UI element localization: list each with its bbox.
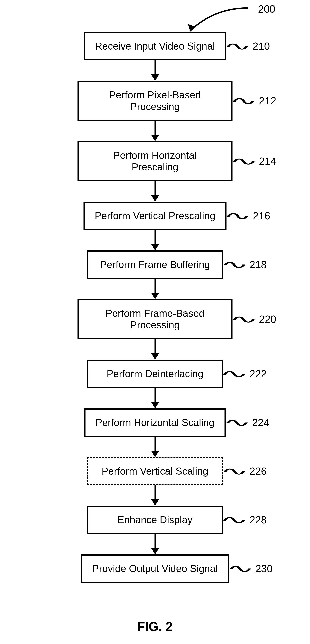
process-box: Perform Horizontal Prescaling (78, 141, 232, 181)
reference-number: 212 (259, 95, 276, 107)
lead-line-icon: ∿ (229, 314, 258, 325)
reference-annotation: ∿228 (223, 509, 267, 531)
reference-annotation: ∿214 (232, 150, 276, 172)
reference-number: 226 (250, 465, 267, 477)
lead-line-icon: ∿ (222, 417, 252, 428)
reference-annotation: ∿224 (226, 412, 270, 434)
process-box: Perform Frame-Based Processing (78, 299, 232, 339)
diagram-canvas: 200 Receive Input Video Signal∿210Perfor… (0, 0, 310, 644)
reference-number: 210 (252, 40, 270, 52)
reference-number: 222 (250, 368, 267, 380)
down-arrow-icon (151, 534, 159, 554)
lead-line-icon: ∿ (220, 259, 249, 270)
reference-annotation: ∿220 (232, 308, 276, 330)
lead-line-icon: ∿ (229, 156, 258, 167)
down-arrow-icon (151, 279, 159, 299)
flow-step: Perform Frame Buffering∿218 (87, 250, 223, 279)
reference-number: 214 (259, 155, 276, 167)
reference-annotation: ∿210 (226, 35, 270, 57)
flow-step: Provide Output Video Signal∿230 (81, 554, 229, 583)
reference-number: 224 (252, 416, 270, 428)
figure-label: FIG. 2 (137, 619, 173, 634)
flowchart: Receive Input Video Signal∿210Perform Pi… (78, 32, 232, 583)
process-box: Perform Vertical Scaling (87, 457, 223, 485)
down-arrow-icon (151, 230, 159, 250)
process-box: Enhance Display (87, 506, 223, 534)
reference-number: 216 (253, 210, 270, 222)
process-box: Perform Pixel-Based Processing (78, 81, 232, 121)
reference-annotation: ∿226 (223, 460, 267, 482)
flow-step: Enhance Display∿228 (87, 506, 223, 534)
lead-line-icon: ∿ (223, 210, 252, 222)
process-box: Receive Input Video Signal (84, 32, 226, 60)
process-box: Provide Output Video Signal (81, 554, 229, 583)
lead-line-icon: ∿ (222, 41, 252, 52)
lead-line-icon: ∿ (220, 368, 249, 380)
down-arrow-icon (151, 181, 159, 202)
flow-step: Perform Vertical Prescaling∿216 (84, 202, 226, 230)
flow-step: Receive Input Video Signal∿210 (84, 32, 226, 60)
reference-annotation: ∿216 (226, 205, 270, 227)
figure-ref: 200 (258, 3, 276, 15)
flow-step: Perform Pixel-Based Processing∿212 (78, 81, 232, 121)
down-arrow-icon (151, 485, 159, 506)
reference-annotation: ∿230 (229, 558, 273, 580)
reference-annotation: ∿212 (232, 90, 276, 112)
flow-step: Perform Horizontal Prescaling∿214 (78, 141, 232, 181)
reference-number: 230 (256, 562, 273, 574)
reference-number: 220 (259, 313, 276, 325)
flow-step: Perform Deinterlacing∿222 (87, 360, 223, 388)
process-box: Perform Deinterlacing (87, 360, 223, 388)
lead-line-icon: ∿ (220, 514, 249, 526)
down-arrow-icon (151, 121, 159, 141)
down-arrow-icon (151, 437, 159, 457)
flow-step: Perform Frame-Based Processing∿220 (78, 299, 232, 339)
down-arrow-icon (151, 60, 159, 81)
down-arrow-icon (151, 388, 159, 408)
down-arrow-icon (151, 339, 159, 360)
lead-line-icon: ∿ (220, 466, 249, 477)
flow-step: Perform Horizontal Scaling∿224 (84, 408, 226, 437)
lead-line-icon: ∿ (226, 563, 255, 574)
reference-annotation: ∿222 (223, 363, 267, 385)
lead-line-icon: ∿ (229, 96, 258, 106)
reference-annotation: ∿218 (223, 254, 267, 276)
flow-step: Perform Vertical Scaling∿226 (87, 457, 223, 485)
process-box: Perform Frame Buffering (87, 250, 223, 279)
process-box: Perform Vertical Prescaling (84, 202, 226, 230)
reference-number: 218 (250, 258, 267, 270)
process-box: Perform Horizontal Scaling (84, 408, 226, 437)
reference-number: 228 (250, 514, 267, 526)
